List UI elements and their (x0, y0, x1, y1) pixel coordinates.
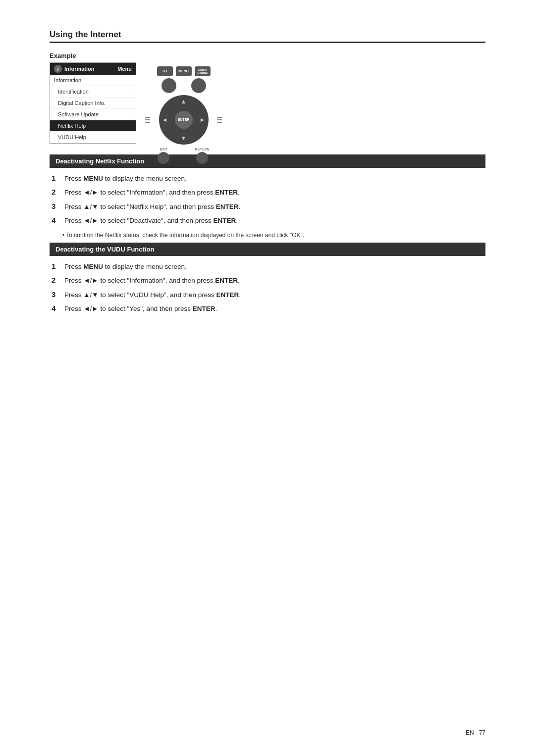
vudu-step-1-number: 1 (52, 262, 62, 270)
btn-return-label: RETURN (195, 148, 209, 151)
dpad-arrow-left: ◄ (162, 116, 168, 123)
dpad-arrow-up: ▲ (181, 98, 187, 105)
line5 (217, 119, 222, 120)
netflix-step-3: 3 Press ▲/▼ to select "Netflix Help", an… (50, 202, 485, 212)
btn-3d: 3D (157, 66, 173, 76)
btn-circle-right (191, 78, 206, 93)
btn-exit-group: EXIT (158, 148, 169, 164)
remote-second-row (145, 78, 222, 93)
remote-mockup: 3D MENU Smart Central (145, 62, 222, 139)
netflix-step-2: 2 Press ◄/► to select "Information", and… (50, 188, 485, 198)
vudu-step-3-text: Press ▲/▼ to select "VUDU Help", and the… (64, 290, 241, 300)
example-label: Example (50, 52, 485, 59)
btn-smart-central: Smart Central (195, 66, 211, 76)
menu-item-4-highlighted: Netflix Help (50, 120, 136, 132)
vudu-step-2-text: Press ◄/► to select "Information", and t… (64, 276, 240, 286)
vudu-step-4-text: Press ◄/► to select "Yes", and then pres… (64, 304, 217, 314)
right-lines (217, 117, 222, 123)
left-lines (145, 117, 150, 123)
btn-circle-left (161, 78, 176, 93)
netflix-step-1-text: Press MENU to display the menu screen. (64, 174, 187, 184)
menu-item-3: Software Update (50, 109, 136, 120)
netflix-section-header: Deactivating Netflix Function (50, 154, 485, 168)
menu-section-item-0: Information (50, 75, 136, 86)
dpad: ▲ ▼ ◄ ► ENTER (159, 95, 209, 145)
remote-top-row: 3D MENU Smart Central (145, 66, 222, 76)
menu-info-label: Information (64, 66, 95, 72)
netflix-step-2-number: 2 (52, 188, 62, 196)
btn-return-circle (196, 152, 208, 164)
dpad-arrow-right: ► (200, 116, 206, 123)
remote-inner: 3D MENU Smart Central (145, 66, 222, 136)
btn-exit-circle (158, 152, 169, 164)
netflix-note: To confirm the Netflix status, check the… (62, 232, 485, 239)
vudu-step-3-number: 3 (52, 290, 62, 299)
menu-title: Menu (117, 66, 132, 72)
dpad-arrow-down: ▼ (181, 135, 187, 142)
dpad-row: ▲ ▼ ◄ ► ENTER (145, 95, 222, 145)
page-number: EN · 77 (466, 729, 485, 736)
menu-item-1: Identification (50, 86, 136, 98)
menu-title-bar: i Information Menu (50, 63, 136, 75)
info-icon: i (54, 65, 62, 73)
section-title: Using the Internet (50, 30, 485, 40)
diagram-area: i Information Menu Information Identific… (50, 62, 485, 144)
line2 (145, 119, 150, 120)
vudu-section-header: Deactivating the VUDU Function (50, 243, 485, 256)
vudu-step-2: 2 Press ◄/► to select "Information", and… (50, 276, 485, 286)
line1 (145, 117, 150, 118)
netflix-step-3-number: 3 (52, 202, 62, 210)
section-header: Using the Internet (50, 30, 485, 43)
vudu-step-4-number: 4 (52, 304, 62, 312)
netflix-steps: 1 Press MENU to display the menu screen.… (50, 174, 485, 226)
vudu-steps: 1 Press MENU to display the menu screen.… (50, 262, 485, 314)
menu-item-2: Digital Caption Info. (50, 98, 136, 109)
vudu-step-2-number: 2 (52, 276, 62, 284)
vudu-step-1-text: Press MENU to display the menu screen. (64, 262, 187, 272)
netflix-step-4-text: Press ◄/► to select "Deactivate", and th… (64, 216, 238, 226)
netflix-step-3-text: Press ▲/▼ to select "Netflix Help", and … (64, 202, 240, 212)
btn-exit-label: EXIT (160, 148, 168, 151)
menu-item-5: VUDU Help (50, 132, 136, 143)
netflix-step-4-number: 4 (52, 216, 62, 224)
btn-menu: MENU (176, 66, 192, 76)
btn-return-group: RETURN (195, 148, 209, 164)
netflix-step-4: 4 Press ◄/► to select "Deactivate", and … (50, 216, 485, 226)
line4 (217, 117, 222, 118)
line6 (217, 122, 222, 123)
vudu-step-1: 1 Press MENU to display the menu screen. (50, 262, 485, 272)
netflix-step-1-number: 1 (52, 174, 62, 182)
menu-mockup: i Information Menu Information Identific… (50, 62, 136, 144)
vudu-step-3: 3 Press ▲/▼ to select "VUDU Help", and t… (50, 290, 485, 300)
line3 (145, 122, 150, 123)
menu-title-left: i Information (54, 65, 95, 73)
dpad-enter: ENTER (175, 111, 193, 129)
remote-bottom-row: EXIT RETURN (145, 148, 222, 164)
netflix-step-1: 1 Press MENU to display the menu screen. (50, 174, 485, 184)
netflix-step-2-text: Press ◄/► to select "Information", and t… (64, 188, 240, 198)
vudu-step-4: 4 Press ◄/► to select "Yes", and then pr… (50, 304, 485, 314)
